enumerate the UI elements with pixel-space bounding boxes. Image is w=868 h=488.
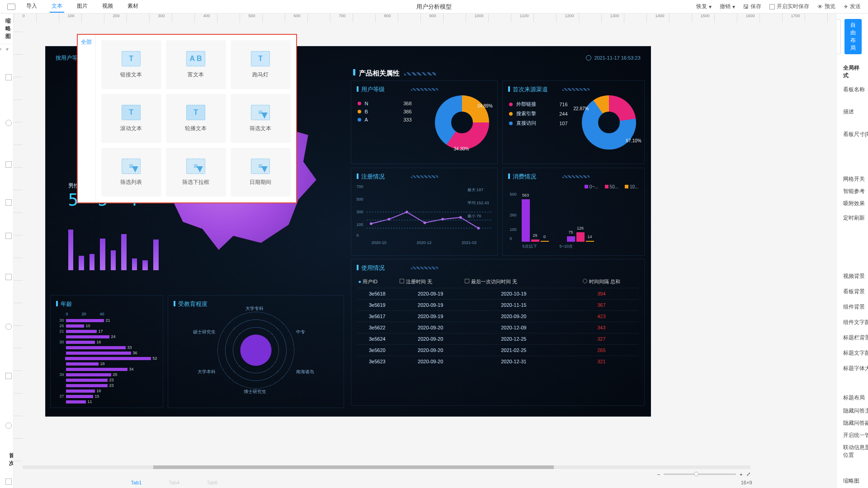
zoom-fit-icon[interactable]: ⤢ [746,471,750,477]
text-component-cell[interactable]: T滚动文本 [101,94,161,143]
zoom-slider[interactable]: − + ⤢ [657,471,750,477]
text-component-cell[interactable]: T跑马灯 [231,40,291,89]
send-button[interactable]: ✈ 发送 [844,3,861,10]
text-component-palette: 全部 T链接文本A B富文本T跑马灯T滚动文本T轮播文本≡筛选文本≡筛选列表≡筛… [77,34,297,203]
palette-category-all[interactable]: 全部 [78,35,96,202]
table-row[interactable]: 3e56202020-09-202021-02-25265 [357,345,639,356]
restore-button[interactable]: 恢复 ▾ [696,3,712,10]
canvas-area: 0100200300400500600700800900100011001200… [14,14,836,488]
tab1[interactable]: Tab1 [131,480,142,485]
usage-table: ● 用户ID 注册时间 无 最后一次访问时间 无 时间间隔 总和 3e56182… [357,276,639,367]
svg-point-3 [423,221,426,224]
clock-icon [586,55,591,61]
zoom-out-icon[interactable]: − [657,472,660,477]
horizontal-scrollbar[interactable] [23,465,750,469]
text-component-label: 筛选下拉框 [182,178,209,186]
col-regtime: 注册时间 无 [398,276,463,288]
menu-material[interactable]: 素材 [126,0,140,13]
consume-panel: 消费情况 0~... 50... 10... 500 260 100 0 563… [502,168,645,256]
register-line-chart: 700 500 300 100 0 最大 197 [357,184,492,239]
text-component-icon: A B [186,51,205,66]
sidebar-item[interactable]: 产品相关属性 [0,349,13,403]
consume-bar-chart: 500 260 100 0 5632907512614 [508,192,639,242]
component-icon [5,274,12,280]
top-menu: 导入 文本 图片 视频 素材 [24,0,140,13]
sidebar-item[interactable]: 自定义背景 [0,100,13,145]
text-component-cell[interactable]: ≡筛选列表 [101,148,161,197]
realtime-save-checkbox[interactable]: 开启实时保存 [769,3,809,10]
col-userid: ● 用户ID [357,276,398,288]
text-component-cell[interactable]: ≡日期期间 [231,148,291,197]
sidebar-item[interactable]: 用户等级 [0,145,13,183]
sidebar-item[interactable]: 自定义背景 [0,304,13,349]
sidebar-item[interactable]: 筛选按钮组 [0,54,13,100]
component-icon [5,422,12,429]
table-row[interactable]: 3e56192020-09-192020-11-15367 [357,300,639,311]
text-component-label: 富文本 [188,71,204,79]
tab-free-layout[interactable]: 自由布局 [844,19,862,54]
undo-button[interactable]: 撤销 ▾ [720,3,735,10]
text-component-icon: T [122,105,141,120]
col-lastvisit: 最后一次访问时间 无 [463,276,564,288]
table-row[interactable]: 3e56222020-09-202020-12-09343 [357,322,639,333]
table-row[interactable]: 3e56182020-09-192020-10-19394 [357,288,639,300]
text-component-icon: ≡ [122,159,141,174]
table-row[interactable]: 3e56242020-09-202020-12-25327 [357,333,639,345]
text-component-cell[interactable]: ≡筛选下拉框 [166,148,226,197]
tab-grid-layout[interactable]: 网格布局 [836,19,841,54]
sidebar-item[interactable]: 年龄_v0gc20 [0,471,13,488]
sidebar-item[interactable]: 用户基本属性 [0,250,13,304]
menu-text[interactable]: 文本 [50,0,64,13]
radar-chart: 大学专科 硕士研究生 中专 大学本科 南海诸岛 博士研究生 [217,312,294,389]
sidebar-item[interactable]: 自定义背景 [0,403,13,448]
tab6[interactable]: Tab6 [207,480,217,485]
app-title: 用户分析模型 [416,3,452,11]
text-component-cell[interactable]: T轮播文本 [166,94,226,143]
ruler-horizontal: 0100200300400500600700800900100011001200… [14,14,836,23]
channel-panel: 首次来源渠道 外部链接716搜索引擎244直接访问107 67.10% 22.8… [502,80,645,164]
save-button[interactable]: 🖫 保存 [743,3,761,10]
sidebar-item[interactable]: 女性用户 [0,183,13,221]
component-icon [5,120,12,126]
text-component-cell[interactable]: ≡筛选文本 [231,94,291,143]
text-component-label: 筛选列表 [120,178,142,186]
text-component-cell[interactable]: A B富文本 [166,40,226,89]
text-component-label: 滚动文本 [120,125,142,132]
right-panel: 网格布局 自由布局 全局样式 看板名称 描述 看板尺寸(PX)自定义 宽度 高度… [836,14,868,488]
zoom-in-icon[interactable]: + [740,472,742,477]
sidebar-item[interactable]: 女性人数_5y3cIS [0,221,13,250]
user-level-pie: 34.89% 34.30% [435,95,489,150]
menu-video[interactable]: 视频 [100,0,115,13]
add-icon[interactable]: + [0,46,2,52]
text-component-icon: T [251,51,270,66]
left-panel: 缩略图 + ▾ 筛选按钮组自定义背景用户等级女性用户女性人数_5y3cIS用户基… [0,14,14,488]
menu-image[interactable]: 图片 [75,0,90,13]
text-component-icon: ≡ [251,159,270,174]
sidebar-item[interactable]: 首次 [0,448,13,471]
text-component-icon: ≡ [186,159,205,174]
left-panel-header: 缩略图 [0,14,13,44]
table-row[interactable]: 3e56232020-09-202020-12-31321 [357,356,639,367]
global-style-header: 全局样式 [843,64,862,80]
component-icon [5,199,12,206]
text-component-label: 链接文本 [120,71,142,79]
text-component-cell[interactable]: T链接文本 [101,40,161,89]
consume-legend: 0~... 50... 10... [508,184,639,189]
section-title: 产品相关属性 [353,69,436,78]
register-panel: 注册情况 700 500 300 100 0 [351,168,498,256]
component-icon [5,373,12,379]
menu-import[interactable]: 导入 [24,0,39,13]
text-component-label: 日期期间 [250,178,271,186]
left-panel-actions: + ▾ [0,44,13,54]
calendar-icon [465,279,469,283]
svg-point-0 [369,222,372,225]
tab4[interactable]: Tab4 [169,480,179,485]
table-row[interactable]: 3e56172020-09-192020-09-20423 [357,311,639,322]
chevron-down-icon[interactable]: ▾ [6,46,9,52]
preview-button[interactable]: 👁 预览 [817,3,835,10]
text-component-icon: T [122,51,141,66]
text-component-icon: T [186,105,205,120]
timestamp: 2021-11-17 16:53:23 [586,55,640,61]
usage-panel: 使用情况 ● 用户ID 注册时间 无 最后一次访问时间 无 时间间隔 总和 3e… [351,259,645,406]
bottom-tabs: Tab1 Tab4 Tab6 [131,480,218,485]
